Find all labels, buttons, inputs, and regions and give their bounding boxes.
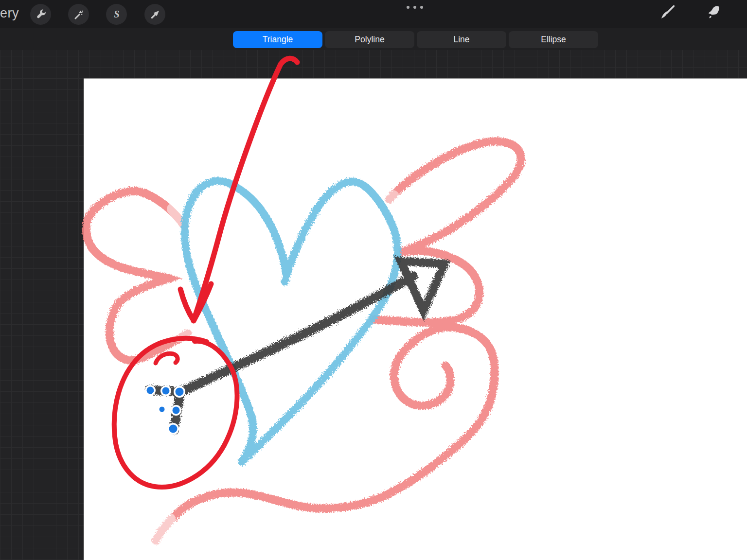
- shape-options-bar: Triangle Polyline Line Ellipse: [0, 28, 747, 50]
- edit-node[interactable]: [171, 405, 181, 416]
- procreate-window: ery S: [0, 0, 747, 560]
- magic-wand-icon: [73, 9, 85, 20]
- shape-tab-polyline[interactable]: Polyline: [325, 31, 414, 48]
- svg-text:S: S: [114, 9, 119, 19]
- adjustments-button[interactable]: [68, 4, 89, 25]
- edit-node[interactable]: [167, 423, 179, 435]
- brush-icon: [659, 4, 676, 23]
- drawing-canvas[interactable]: [84, 79, 747, 560]
- smudge-tool-button[interactable]: [699, 3, 727, 24]
- ellipsis-icon: [420, 6, 423, 9]
- shape-tab-ellipse[interactable]: Ellipse: [509, 31, 598, 48]
- edit-node[interactable]: [158, 405, 166, 413]
- edit-node[interactable]: [160, 385, 171, 396]
- shape-tab-line[interactable]: Line: [417, 31, 506, 48]
- curve-s-icon: S: [111, 9, 123, 20]
- gallery-button[interactable]: ery: [0, 6, 19, 21]
- brush-tool-button[interactable]: [654, 3, 681, 24]
- more-options-button[interactable]: [407, 6, 423, 9]
- transform-button[interactable]: [144, 4, 165, 25]
- ellipsis-icon: [407, 6, 409, 9]
- selection-button[interactable]: S: [106, 4, 127, 25]
- ellipsis-icon: [413, 6, 416, 9]
- transform-arrow-icon: [149, 9, 161, 20]
- wrench-icon: [35, 9, 47, 20]
- edit-node[interactable]: [174, 386, 185, 398]
- top-toolbar: ery S: [0, 0, 747, 28]
- actions-button[interactable]: [30, 4, 51, 25]
- shape-tab-triangle[interactable]: Triangle: [233, 31, 322, 48]
- smudge-icon: [705, 4, 721, 23]
- edit-node[interactable]: [145, 385, 156, 396]
